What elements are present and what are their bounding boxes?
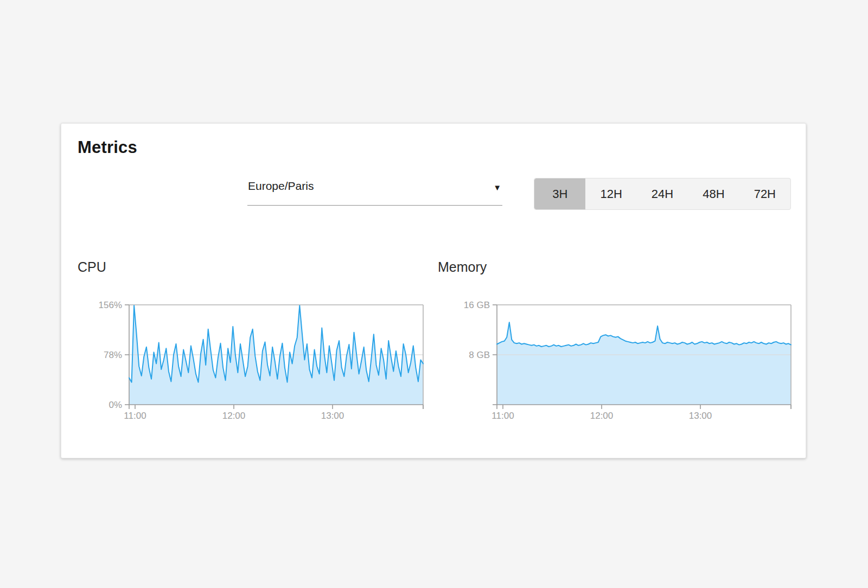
cpu-chart: 156%78%0%11:0012:0013:00 (76, 299, 435, 427)
svg-text:13:00: 13:00 (321, 411, 344, 421)
svg-text:78%: 78% (104, 350, 122, 360)
svg-text:8 GB: 8 GB (469, 350, 490, 360)
dropdown-arrow-icon: ▼ (493, 183, 501, 192)
svg-text:13:00: 13:00 (689, 411, 712, 421)
range-button-48h[interactable]: 48H (688, 178, 739, 209)
page-title: Metrics (78, 138, 137, 157)
timezone-select[interactable]: Europe/Paris ▼ (247, 177, 502, 206)
range-button-3h[interactable]: 3H (534, 178, 585, 209)
svg-text:16 GB: 16 GB (464, 300, 490, 310)
range-button-72h[interactable]: 72H (739, 178, 790, 209)
svg-text:11:00: 11:00 (124, 411, 146, 421)
time-range-group: 3H 12H 24H 48H 72H (534, 178, 791, 210)
metrics-card: Metrics Europe/Paris ▼ 3H 12H 24H 48H 72… (61, 123, 806, 458)
x-axis-labels: 11:0012:0013:00 (492, 405, 791, 421)
svg-text:12:00: 12:00 (222, 411, 246, 421)
svg-text:0%: 0% (108, 400, 122, 410)
timezone-value: Europe/Paris (248, 180, 314, 193)
range-button-24h[interactable]: 24H (637, 178, 688, 209)
svg-text:156%: 156% (99, 300, 122, 310)
series-line (497, 322, 791, 347)
range-button-12h[interactable]: 12H (585, 178, 636, 209)
x-axis-labels: 11:0012:0013:00 (124, 405, 423, 421)
svg-text:12:00: 12:00 (590, 411, 614, 421)
memory-chart-title: Memory (438, 259, 487, 275)
svg-text:11:00: 11:00 (492, 411, 514, 421)
cpu-chart-title: CPU (78, 259, 106, 275)
area-fill (497, 322, 791, 405)
y-axis-labels: 156%78%0% (99, 300, 129, 410)
memory-chart: 16 GB8 GB11:0012:0013:00 (444, 299, 802, 427)
y-axis-labels: 16 GB8 GB (464, 300, 497, 405)
